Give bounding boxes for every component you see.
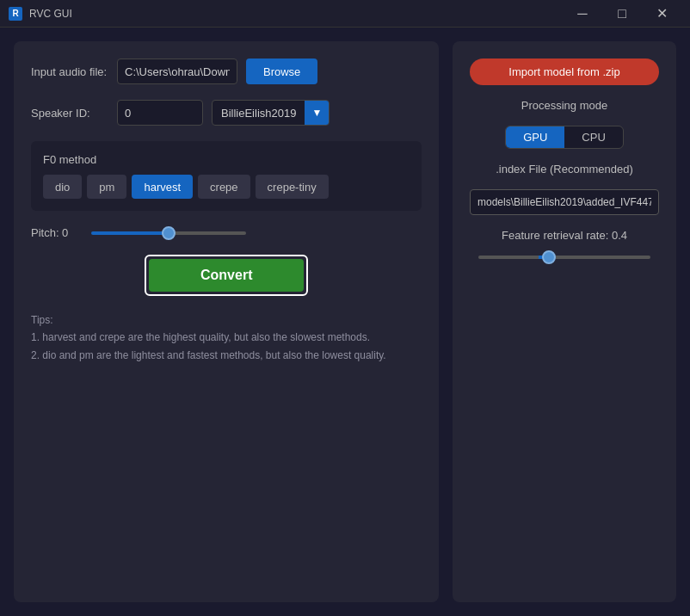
import-model-button[interactable]: Import model from .zip xyxy=(470,59,659,85)
tips-section: Tips: 1. harvest and crepe are the highe… xyxy=(31,311,422,364)
close-button[interactable]: ✕ xyxy=(642,0,681,28)
speaker-id-label: Speaker ID: xyxy=(31,107,108,120)
f0-btn-dio[interactable]: dio xyxy=(43,175,82,199)
main-content: Input audio file: Browse Speaker ID: Bil… xyxy=(0,28,690,616)
convert-button[interactable]: Convert xyxy=(149,259,304,292)
tips-title: Tips: xyxy=(31,311,422,329)
index-file-label: .index File (Recommended) xyxy=(496,163,633,176)
f0-buttons: dio pm harvest crepe crepe-tiny xyxy=(43,175,410,199)
window-controls: ─ □ ✕ xyxy=(563,0,681,28)
convert-section: Convert xyxy=(31,255,422,296)
index-file-input[interactable] xyxy=(470,189,659,215)
tips-line-1: 1. harvest and crepe are the highest qua… xyxy=(31,329,422,346)
f0-btn-pm[interactable]: pm xyxy=(87,175,126,199)
minimize-button[interactable]: ─ xyxy=(563,0,602,28)
speaker-id-field[interactable] xyxy=(117,100,203,126)
app-icon: R xyxy=(9,7,22,21)
f0-label: F0 method xyxy=(43,153,410,166)
cpu-button[interactable]: CPU xyxy=(564,126,622,148)
pitch-label: Pitch: 0 xyxy=(31,226,83,239)
input-audio-label: Input audio file: xyxy=(31,65,108,78)
input-audio-field[interactable] xyxy=(117,59,237,84)
processing-mode-toggle: GPU CPU xyxy=(505,126,624,149)
gpu-button[interactable]: GPU xyxy=(506,126,564,148)
model-name: BillieEilish2019 xyxy=(213,102,305,124)
f0-btn-crepe-tiny[interactable]: crepe-tiny xyxy=(256,175,329,199)
dropdown-arrow[interactable]: ▼ xyxy=(305,100,329,126)
speaker-id-row: Speaker ID: BillieEilish2019 ▼ xyxy=(31,100,422,126)
titlebar: R RVC GUI ─ □ ✕ xyxy=(0,0,690,28)
f0-btn-crepe[interactable]: crepe xyxy=(198,175,250,199)
app-title: RVC GUI xyxy=(29,8,563,20)
right-panel: Import model from .zip Processing mode G… xyxy=(453,41,676,602)
tips-line-2: 2. dio and pm are the lightest and faste… xyxy=(31,347,422,364)
left-panel: Input audio file: Browse Speaker ID: Bil… xyxy=(14,41,439,602)
feature-rate-slider[interactable] xyxy=(478,256,650,259)
input-audio-row: Input audio file: Browse xyxy=(31,59,422,84)
maximize-button[interactable]: □ xyxy=(602,0,642,28)
browse-button[interactable]: Browse xyxy=(246,59,317,84)
processing-mode-label: Processing mode xyxy=(521,99,607,112)
pitch-row: Pitch: 0 xyxy=(31,226,422,239)
f0-section: F0 method dio pm harvest crepe crepe-tin… xyxy=(31,141,422,211)
model-dropdown[interactable]: BillieEilish2019 ▼ xyxy=(212,100,330,126)
convert-btn-wrapper: Convert xyxy=(145,255,308,296)
feature-rate-label: Feature retrieval rate: 0.4 xyxy=(502,229,627,242)
f0-btn-harvest[interactable]: harvest xyxy=(132,175,193,199)
pitch-slider[interactable] xyxy=(91,231,246,235)
